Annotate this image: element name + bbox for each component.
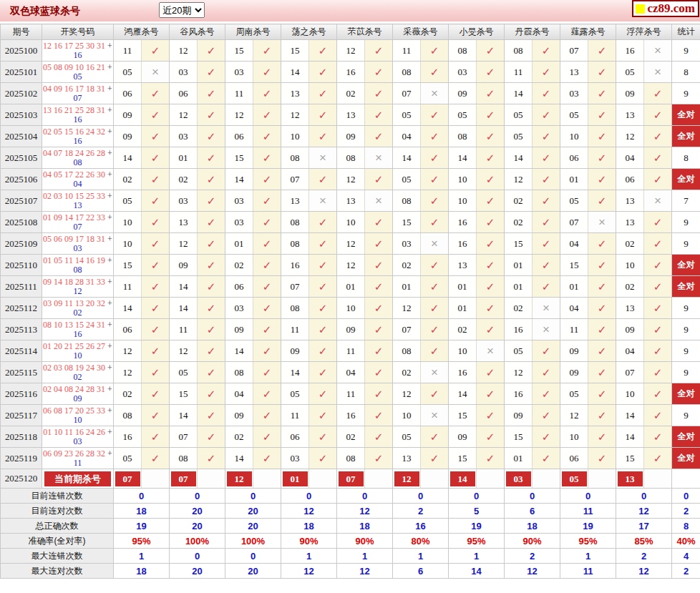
blue-ball: 05: [74, 72, 82, 82]
col-header-expert-9: 薤露杀号: [560, 24, 616, 40]
kill-result-cell: ✓: [588, 340, 616, 362]
blue-ball: 03: [74, 436, 82, 446]
check-icon: ✓: [151, 409, 160, 421]
kill-number-cell: 01: [505, 276, 533, 298]
draw-numbers-cell: 02 04 08 24 28 31 +09: [42, 383, 114, 405]
kill-number-cell: 12: [225, 104, 253, 126]
draw-numbers-cell: 09 14 18 28 31 33 +12: [42, 276, 114, 298]
kill-result-cell: ×: [309, 147, 337, 169]
kill-number-cell: 16: [449, 233, 477, 255]
summary-value: 0: [225, 489, 281, 504]
kill-number-cell: 16: [337, 62, 365, 83]
summary-value: 11: [560, 504, 616, 519]
kill-result-cell: ✓: [421, 319, 449, 340]
kill-result-cell: ✓: [309, 169, 337, 190]
kill-result-cell: ✓: [253, 276, 281, 298]
kill-number-cell: 12: [114, 362, 142, 383]
kill-result-cell: ×: [533, 298, 560, 319]
kill-result-cell: ✓: [365, 298, 393, 319]
kill-result-cell: ✓: [588, 83, 616, 104]
period-cell: 2025120: [1, 469, 42, 489]
red-balls: 04 07 18 24 26 28: [43, 148, 105, 158]
summary-value: 11: [560, 564, 616, 579]
kill-number-cell: 15: [449, 405, 477, 426]
check-icon: ✓: [653, 409, 663, 421]
check-icon: ✓: [263, 452, 272, 464]
site-logo[interactable]: cz89.com: [632, 0, 699, 17]
check-icon: ✓: [319, 66, 328, 78]
check-icon: ✓: [430, 109, 439, 121]
check-icon: ✓: [151, 109, 160, 121]
summary-value: 0: [449, 489, 505, 504]
check-icon: ✓: [542, 152, 551, 164]
period-cell: 2025105: [1, 147, 42, 169]
kill-result-cell: ✓: [533, 362, 560, 383]
summary-value: 0: [170, 549, 225, 564]
check-icon: ✓: [542, 366, 551, 378]
kill-result-cell: ✓: [477, 104, 505, 126]
kill-number-cell: 01: [560, 276, 588, 298]
logo-text: cz89.com: [647, 1, 695, 16]
stat-cell: 7: [672, 190, 700, 212]
kill-result-cell: ✓: [365, 104, 393, 126]
kill-number-cell: 12: [170, 40, 198, 62]
col-header-expert-7: 小旻杀号: [449, 24, 505, 40]
period-range-select[interactable]: 近20期: [159, 2, 205, 18]
kill-number-cell: 15: [281, 40, 309, 62]
check-icon: ✓: [542, 173, 551, 185]
check-icon: ✓: [374, 173, 384, 185]
kill-number-cell: 02: [114, 169, 142, 190]
draw-numbers-cell: 02 03 08 19 24 30 +02: [42, 362, 114, 383]
kill-result-cell: ✓: [421, 340, 449, 362]
kill-number-cell: 09: [170, 255, 198, 276]
check-icon: ✓: [374, 302, 384, 314]
table-row: 202511706 08 17 20 25 33 +1008✓14✓09✓11✓…: [1, 405, 700, 426]
kill-result-cell: ✓: [198, 405, 225, 426]
kill-result-cell: ✓: [142, 190, 170, 212]
check-icon: ✓: [263, 388, 272, 400]
kill-result-cell: ✓: [477, 169, 505, 190]
kill-result-cell: ×: [477, 340, 505, 362]
summary-value: 18: [505, 519, 560, 534]
current-kill-cell: 14: [449, 469, 477, 489]
check-icon: ✓: [319, 259, 328, 271]
kill-number-cell: 11: [281, 405, 309, 426]
kill-number-cell: 09: [560, 362, 588, 383]
check-icon: ✓: [486, 195, 495, 207]
summary-value: 18: [114, 564, 170, 579]
kill-number-cell: 05: [393, 104, 421, 126]
summary-value: 5: [449, 504, 505, 519]
stat-cell: [672, 469, 700, 489]
kill-number-cell: 06: [560, 147, 588, 169]
kill-result-cell: ✓: [365, 319, 393, 340]
kill-number-cell: 12: [170, 340, 198, 362]
summary-value: 20: [225, 519, 281, 534]
summary-label: 目前连错次数: [1, 489, 114, 504]
kill-result-cell: ✓: [365, 340, 393, 362]
kill-number-cell: 09: [449, 83, 477, 104]
stat-cell: 8: [672, 147, 700, 169]
kill-number-cell: 09: [337, 126, 365, 147]
kill-number-cell: 09: [225, 319, 253, 340]
plus-sign: +: [105, 170, 112, 180]
kill-number-cell: 14: [114, 298, 142, 319]
check-icon: ✓: [653, 345, 663, 357]
kill-number-cell: 11: [281, 319, 309, 340]
header-row: 期号开奖号码鸿雁杀号谷风杀号周南杀号荡之杀号芣苡杀号采薇杀号小旻杀号丹霞杀号薤露…: [1, 24, 700, 40]
kill-number-cell: 09: [449, 426, 477, 448]
kill-result-cell: ✓: [253, 212, 281, 233]
kill-result-cell: ✓: [253, 83, 281, 104]
kill-number-cell: 13: [616, 104, 644, 126]
kill-result-cell: ✓: [198, 426, 225, 448]
kill-result-cell: ✓: [644, 426, 672, 448]
draw-numbers-cell: 02 03 10 15 25 33 +13: [42, 190, 114, 212]
check-icon: ✓: [263, 366, 272, 378]
summary-value: 80%: [393, 534, 449, 549]
stat-all-correct-badge: 全对: [672, 448, 700, 469]
kill-result-cell: ✓: [365, 126, 393, 147]
kill-number-cell: 05: [114, 62, 142, 83]
kill-result-cell: ×: [365, 190, 393, 212]
kill-result-cell: ✓: [198, 319, 225, 340]
kill-number-cell: 05: [560, 190, 588, 212]
draw-numbers-cell: 05 08 09 10 16 21 +05: [42, 62, 114, 83]
